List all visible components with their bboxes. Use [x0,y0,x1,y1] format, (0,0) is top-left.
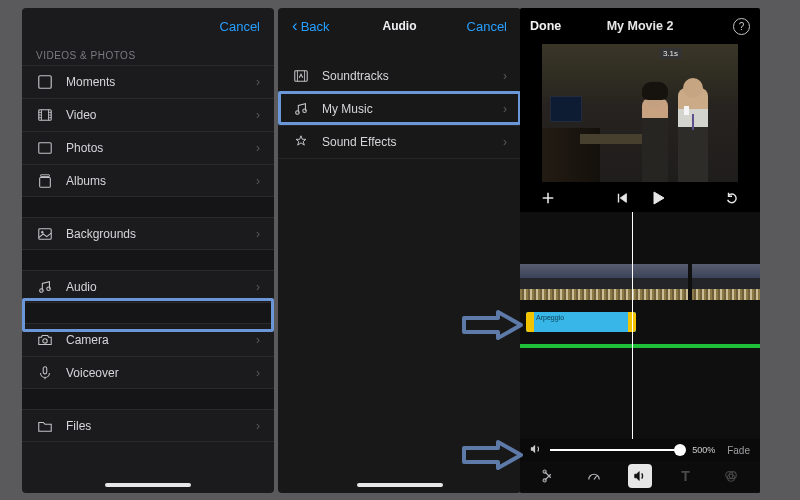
app-stage: Cancel VIDEOS & PHOTOS Moments › Video ›… [0,0,800,500]
video-clip-thumb[interactable] [734,264,760,300]
home-indicator [357,483,443,487]
fade-button[interactable]: Fade [727,445,750,456]
video-clip-thumb[interactable] [692,264,734,300]
row-backgrounds[interactable]: Backgrounds › [22,217,274,250]
volume-icon [530,441,542,459]
svg-rect-20 [295,71,307,82]
add-media-button[interactable] [540,190,556,206]
moments-icon [36,73,54,91]
svg-point-24 [303,109,307,113]
volume-slider[interactable] [550,443,684,457]
photos-icon [36,139,54,157]
preview-element [684,106,689,115]
help-button[interactable]: ? [733,18,750,35]
chevron-right-icon: › [256,366,260,380]
video-icon [36,106,54,124]
audio-title: Audio [383,19,417,33]
transport-bar [520,182,760,212]
files-icon [36,417,54,435]
audio-topbar: ‹ Back Audio Cancel [278,8,521,44]
skip-back-button[interactable] [614,190,630,206]
group-gap [22,250,274,270]
row-label: Sound Effects [322,135,503,149]
row-label: Files [66,419,256,433]
preview-time-badge: 3.1s [659,48,682,59]
chevron-right-icon: › [503,102,507,116]
microphone-icon [36,364,54,382]
soundtracks-icon [292,67,310,85]
chevron-left-icon: ‹ [292,16,298,36]
chevron-right-icon: › [256,108,260,122]
speed-tool[interactable] [582,464,606,488]
row-label: Moments [66,75,256,89]
music-track-bar[interactable] [520,344,760,348]
chevron-right-icon: › [256,141,260,155]
row-voiceover[interactable]: Voiceover › [22,356,274,389]
chevron-right-icon: › [256,280,260,294]
svg-rect-0 [39,76,51,88]
filters-tool[interactable] [719,464,743,488]
video-preview[interactable]: 3.1s [542,44,738,182]
row-sound-effects[interactable]: Sound Effects › [278,126,521,159]
section-header-videos-photos: VIDEOS & PHOTOS [22,44,274,65]
preview-person [642,98,668,182]
row-video[interactable]: Video › [22,98,274,131]
video-clip-thumb[interactable] [604,264,646,300]
row-label: Audio [66,280,256,294]
row-albums[interactable]: Albums › [22,164,274,197]
playhead[interactable] [632,212,633,439]
row-label: Backgrounds [66,227,256,241]
row-label: Photos [66,141,256,155]
volume-tool[interactable] [628,464,652,488]
row-my-music[interactable]: My Music › [278,93,521,126]
clip-trim-handle-left[interactable] [526,312,534,332]
group-gap [22,197,274,217]
audio-icon [36,278,54,296]
edit-toolbar: T [520,461,760,493]
home-indicator [105,483,191,487]
row-label: Camera [66,333,256,347]
chevron-right-icon: › [503,135,507,149]
row-label: Video [66,108,256,122]
row-photos[interactable]: Photos › [22,131,274,164]
row-audio[interactable]: Audio › [22,270,274,303]
row-label: Voiceover [66,366,256,380]
back-button[interactable]: ‹ Back [292,16,330,36]
group-gap [22,389,274,409]
audio-clip[interactable]: Arpeggio [526,312,636,332]
row-files[interactable]: Files › [22,409,274,442]
sound-effects-icon [292,133,310,151]
volume-bar: 500% Fade [520,439,760,461]
titles-tool[interactable]: T [674,464,698,488]
done-button[interactable]: Done [530,19,561,33]
row-label: My Music [322,102,503,116]
camera-icon [36,331,54,349]
row-camera[interactable]: Camera › [22,323,274,356]
timeline[interactable]: Arpeggio [520,212,760,439]
svg-rect-11 [41,174,50,176]
undo-button[interactable] [724,190,740,206]
row-moments[interactable]: Moments › [22,65,274,98]
media-topbar: Cancel [22,8,274,44]
svg-point-14 [41,231,43,233]
video-clip-thumb[interactable] [520,264,562,300]
cancel-button[interactable]: Cancel [220,19,260,34]
cancel-button[interactable]: Cancel [467,19,507,34]
chevron-right-icon: › [256,174,260,188]
svg-rect-18 [43,366,47,373]
chevron-right-icon: › [256,333,260,347]
row-label: Soundtracks [322,69,503,83]
svg-line-29 [594,476,597,480]
video-track[interactable] [520,264,760,300]
video-clip-thumb[interactable] [562,264,604,300]
back-label: Back [301,19,330,34]
split-tool[interactable] [537,464,561,488]
svg-rect-12 [40,177,51,187]
albums-icon [36,172,54,190]
svg-rect-10 [39,143,51,154]
group-gap [22,303,274,323]
row-soundtracks[interactable]: Soundtracks › [278,60,521,93]
play-button[interactable] [650,190,666,206]
video-clip-thumb[interactable] [646,264,688,300]
audio-clip-label: Arpeggio [536,314,564,321]
